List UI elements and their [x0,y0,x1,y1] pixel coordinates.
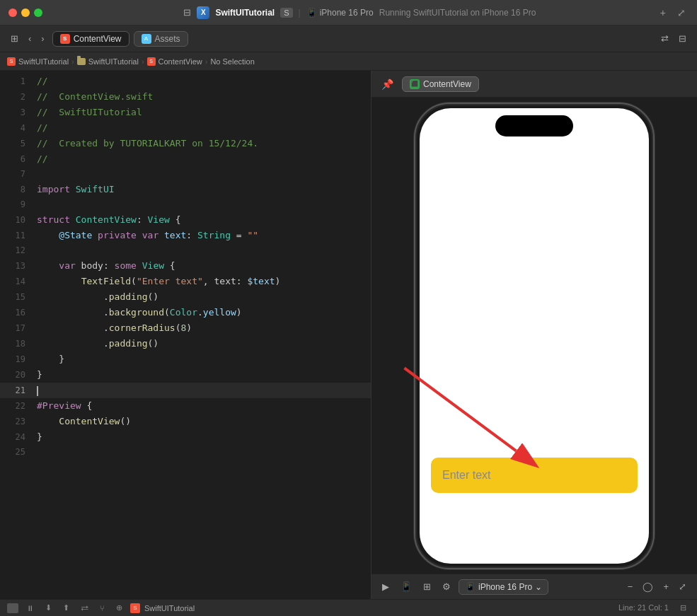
close-button[interactable] [8,8,17,17]
chevron-right-icon: › [41,33,44,44]
preview-tab-contentview[interactable]: ⬛ ContentView [402,76,479,92]
code-line-23: 23 ContentView() [0,414,371,429]
layout-toggle-button[interactable]: ⊟ [675,31,690,46]
device-select[interactable]: 📱 iPhone 16 Pro ⌄ [459,579,548,595]
sidebar-toggle-button[interactable]: ⊞ [7,31,22,46]
nav-back-button[interactable]: ‹ [25,31,35,46]
code-line-24: 24 } [0,429,371,445]
code-line-17: 17 .cornerRadius(8) [0,320,371,336]
titlebar-divider: | [299,8,301,18]
swift-icon: S [60,34,70,44]
maximize-button[interactable] [34,8,42,17]
tab-contentview-label: ContentView [74,34,122,44]
code-line-4: 4 // [0,120,371,136]
assets-icon: A [142,34,151,44]
titlebar-center: ⊟ X SwiftUITutorial S | 📱 iPhone 16 Pro … [68,6,652,19]
add-tab-button[interactable]: + [657,6,669,20]
textfield-demo[interactable]: Enter text [431,458,638,493]
code-line-14: 14 TextField("Enter text", text: $text) [0,274,371,289]
share-button[interactable]: ⮂ [77,602,92,615]
code-line-8: 8 import SwiftUI [0,182,371,197]
tab-contentview[interactable]: S ContentView [52,31,129,47]
swift-status-icon: S [130,603,140,613]
breadcrumb-sep-1: › [71,57,74,66]
code-line-3: 3 // SwiftUITutorial [0,105,371,120]
toolbar-right-buttons: ⇄ ⊟ [657,31,690,46]
code-line-2: 2 // ContentView.swift [0,89,371,105]
expand-button[interactable]: ⤢ [674,6,689,20]
breadcrumb-label-2: SwiftUITutorial [88,57,139,66]
upload-button[interactable]: ⬆ [59,601,73,615]
breadcrumb-item-4[interactable]: No Selection [210,57,254,66]
s-badge: S [280,8,292,18]
iphone-screen: Enter text [420,108,649,564]
breadcrumb-item-2[interactable]: SwiftUITutorial [77,57,139,66]
inspector-toggle-button[interactable]: ⇄ [657,31,672,46]
code-content[interactable]: 1 // 2 // ContentView.swift 3 // SwiftUI… [0,71,371,599]
code-line-16: 16 .background(Color.yellow) [0,305,371,320]
status-right: Line: 21 Col: 1 ⊟ [618,601,690,615]
layout-status-button[interactable]: ⊟ [676,601,690,615]
device-select-label: iPhone 16 Pro [478,582,532,592]
branch-button[interactable]: ⑂ [96,602,108,615]
chevron-left-icon: ‹ [28,33,31,44]
device-tag: 📱 iPhone 16 Pro [306,8,374,18]
tab-assets[interactable]: A Assets [134,31,188,47]
filter-button[interactable]: ⊕ [113,601,126,615]
tab-assets-label: Assets [155,34,180,44]
breadcrumb-label-1: SwiftUITutorial [18,57,69,66]
breadcrumb-label-3: ContentView [159,57,202,66]
folder-icon [77,58,86,65]
code-line-13: 13 var body: some View { [0,258,371,274]
code-line-6: 6 // [0,151,371,167]
code-line-7: 7 [0,167,371,182]
download-button[interactable]: ⬇ [42,601,55,615]
breadcrumb-sep-3: › [205,57,208,66]
contentview-icon: ⬛ [410,79,420,89]
preview-tab-label: ContentView [423,79,471,89]
pause-button[interactable]: ⏸ [23,602,38,615]
phone-icon-small: 📱 [465,582,476,592]
swift-badge-icon: S [7,57,16,66]
iphone-notch [495,115,573,136]
breadcrumb-item-3[interactable]: S ContentView [147,57,202,66]
nav-forward-button[interactable]: › [38,31,47,46]
phone-icon-title: 📱 [306,8,317,18]
running-text: Running SwiftUITutorial on iPhone 16 Pro [379,8,536,18]
statusbar: ⏸ ⬇ ⬆ ⮂ ⑂ ⊕ S SwiftUITutorial Line: 21 C… [0,599,697,616]
zoom-buttons: − ◯ + ⤢ [624,579,690,594]
preview-grid-button[interactable]: ⊞ [420,579,434,594]
code-line-19: 19 } [0,351,371,367]
code-line-9: 9 [0,197,371,212]
traffic-lights [8,8,42,17]
sidebar-icon: ⊟ [183,7,191,18]
toolbar-nav-group: ⊞ ‹ › [7,31,48,46]
pin-button[interactable]: 📌 [379,77,396,91]
zoom-fit-button[interactable]: ⤢ [675,579,690,594]
zoom-in-button[interactable]: + [659,579,672,594]
toolbar: ⊞ ‹ › S ContentView A Assets ⇄ ⊟ [0,25,697,52]
preview-content: Enter text [371,98,697,574]
zoom-out-button[interactable]: − [624,579,637,594]
xcode-icon: X [197,6,209,19]
code-line-15: 15 .padding() [0,289,371,305]
preview-panel: 📌 ⬛ ContentView Enter text [371,71,697,599]
code-line-11: 11 @State private var text: String = "" [0,228,371,243]
code-line-10: 10 struct ContentView: View { [0,212,371,228]
device-name-title: iPhone 16 Pro [320,8,374,18]
preview-phone-button[interactable]: 📱 [397,579,415,594]
breadcrumb: S SwiftUITutorial › SwiftUITutorial › S … [0,52,697,71]
app-name: SwiftUITutorial [215,8,275,18]
minimize-button[interactable] [21,8,30,17]
preview-toolbar: ▶ 📱 ⊞ ⚙ 📱 iPhone 16 Pro ⌄ − ◯ + ⤢ [371,574,697,599]
preview-play-button[interactable]: ▶ [379,579,393,594]
iphone-mockup: Enter text [414,103,655,569]
status-app-label: SwiftUITutorial [144,604,195,612]
code-line-18: 18 .padding() [0,336,371,351]
preview-settings-button[interactable]: ⚙ [439,579,454,594]
zoom-reset-button[interactable]: ◯ [639,579,657,594]
breadcrumb-label-4: No Selection [210,57,254,66]
preview-header: 📌 ⬛ ContentView [371,71,697,98]
status-warning-icon [7,603,18,613]
breadcrumb-item-1[interactable]: S SwiftUITutorial [7,57,69,66]
